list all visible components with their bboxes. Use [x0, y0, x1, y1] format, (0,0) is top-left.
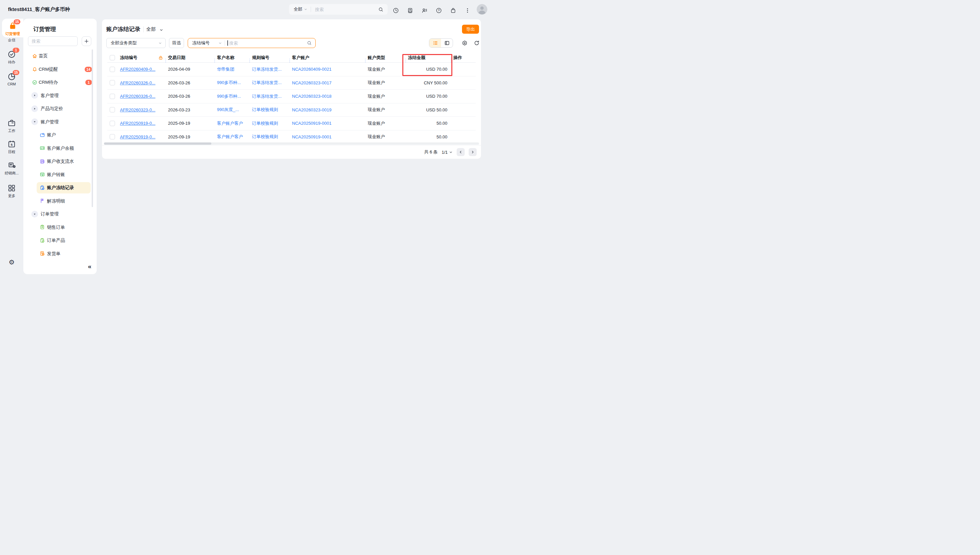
rail-item-calendar[interactable]: 5 日程	[0, 140, 23, 154]
search-icon[interactable]	[307, 40, 312, 46]
chevron-down-icon[interactable]	[159, 28, 163, 32]
date-value: 2025-09-19	[168, 135, 190, 140]
table-row: AFR20260409-0... 2026-04-09 华帝集团 订单冻结发货.…	[107, 63, 476, 76]
frozen-amount: USD 50.00	[426, 107, 447, 112]
view-scope-dropdown[interactable]: 全部	[146, 26, 156, 32]
next-page-button[interactable]	[468, 148, 476, 156]
rail-item-dealer[interactable]: 经销商...	[0, 161, 23, 176]
row-checkbox[interactable]	[110, 94, 115, 99]
filter-button[interactable]: 筛选	[169, 38, 184, 48]
sidebar-item-sales-order[interactable]: 销售订单	[23, 221, 97, 234]
contacts-icon[interactable]	[421, 7, 428, 14]
customer-link[interactable]: 客户账户客户	[217, 134, 243, 140]
customer-link[interactable]: 990多币种...	[217, 80, 241, 86]
sidebar-item-order-product[interactable]: 订单产品	[23, 234, 97, 247]
search-scope-selector[interactable]: 全部	[294, 6, 302, 12]
horizontal-scrollbar-thumb[interactable]	[104, 143, 211, 145]
badge: 1	[13, 48, 19, 53]
svg-text:5: 5	[11, 143, 13, 146]
sidebar-item-customer-balance[interactable]: 客户账户余额	[23, 142, 97, 155]
sidebar-item-home[interactable]: 首页	[23, 50, 97, 63]
row-checkbox[interactable]	[110, 80, 115, 85]
search-field-selector[interactable]: 冻结编号	[192, 40, 209, 46]
export-button[interactable]: 导出	[462, 25, 479, 34]
sidebar-item-delivery-note[interactable]: 发货单	[23, 247, 97, 260]
collapse-sidebar-button[interactable]	[85, 262, 94, 271]
more-kebab-icon[interactable]	[464, 7, 471, 14]
account-link[interactable]: NCA20250919-0001	[292, 121, 332, 126]
account-link[interactable]: NCA20260323-0019	[292, 107, 332, 112]
business-type-filter[interactable]: 全部业务类型	[106, 38, 166, 48]
rule-link[interactable]: 订单冻结发货...	[252, 66, 282, 72]
prev-page-button[interactable]	[457, 148, 465, 156]
field-settings-icon[interactable]	[462, 40, 468, 46]
customer-link[interactable]: 990多币种...	[217, 93, 241, 99]
add-button[interactable]	[82, 36, 91, 46]
lock-icon	[156, 53, 165, 63]
rail-item-crm[interactable]: 15 CRM	[0, 72, 23, 86]
rail-item-more[interactable]: 更多	[0, 184, 23, 199]
sidebar: 订货管理 首页 CRM提醒 14 CRM待办 1	[23, 19, 97, 274]
freeze-no-link[interactable]: AFR20250919-0...	[120, 135, 155, 140]
settings-gear-icon[interactable]	[0, 258, 23, 266]
rail-item-work[interactable]: 工作	[0, 119, 23, 133]
rule-link[interactable]: 订单校验规则	[252, 120, 278, 127]
search-combo[interactable]: 冻结编号	[188, 38, 316, 48]
row-checkbox[interactable]	[110, 121, 115, 126]
sidebar-scrollbar[interactable]	[92, 50, 93, 207]
freeze-no-link[interactable]: AFR20260323-0...	[120, 107, 155, 112]
customer-link[interactable]: 客户账户客户	[217, 120, 243, 127]
sidebar-item-label: CRM提醒	[39, 63, 58, 76]
sidebar-group-order-management[interactable]: 订单管理	[23, 207, 97, 221]
sidebar-item-crm-todo[interactable]: CRM待办 1	[23, 76, 97, 89]
freeze-no-link[interactable]: AFR20260409-0...	[120, 67, 155, 72]
sidebar-search-input[interactable]	[28, 36, 78, 46]
board-view-button[interactable]	[441, 39, 452, 47]
global-search-input[interactable]	[314, 7, 378, 12]
rail-item-order-management[interactable]: 15 订货管理	[2, 19, 23, 37]
rule-link[interactable]: 订单校验规则	[252, 134, 278, 140]
refresh-icon[interactable]	[474, 40, 480, 46]
document-icon	[40, 159, 45, 164]
freeze-no-link[interactable]: AFR20260326-0...	[120, 80, 155, 85]
sidebar-group-account-management[interactable]: 账户管理	[23, 115, 97, 129]
global-search[interactable]: 全部	[289, 4, 388, 14]
rule-link[interactable]: 订单冻结发货...	[252, 93, 282, 99]
customer-link[interactable]: 990灰度_...	[217, 107, 239, 113]
list-view-button[interactable]	[429, 39, 441, 47]
row-checkbox[interactable]	[110, 67, 115, 72]
sidebar-item-crm-reminder[interactable]: CRM提醒 14	[23, 63, 97, 76]
search-icon[interactable]	[378, 7, 384, 12]
column-header-type: 账户类型	[365, 53, 405, 63]
account-link[interactable]: NCA20260409-0021	[292, 67, 332, 72]
sidebar-item-account-transfer[interactable]: $ 账户转账	[23, 168, 97, 181]
app-store-bag-icon[interactable]	[450, 7, 456, 14]
calendar-icon: 5	[7, 140, 16, 148]
service-feedback-icon[interactable]	[407, 7, 413, 14]
sidebar-item-account[interactable]: 账户	[23, 128, 97, 142]
row-checkbox[interactable]	[110, 107, 115, 112]
table-row: AFR20260326-0... 2026-03-26 990多币种... 订单…	[107, 76, 476, 90]
page-indicator-dropdown[interactable]: 1/1	[442, 150, 452, 155]
avatar[interactable]	[476, 4, 487, 14]
history-clock-icon[interactable]	[393, 7, 399, 14]
sidebar-item-unfreeze-details[interactable]: 解冻明细	[23, 194, 97, 208]
sidebar-item-freeze-records[interactable]: 账户冻结记录	[23, 181, 97, 194]
sidebar-group-customer-management[interactable]: 客户管理	[23, 89, 97, 103]
freeze-no-link[interactable]: AFR20260326-0...	[120, 94, 155, 99]
rail-item-todo[interactable]: 1 待办	[0, 50, 23, 65]
record-search-input[interactable]	[229, 40, 307, 46]
sidebar-item-account-flow[interactable]: 账户收支流水	[23, 155, 97, 168]
sidebar-group-product-pricing[interactable]: 产品与定价	[23, 102, 97, 115]
rule-link[interactable]: 订单校验规则	[252, 107, 278, 113]
account-link[interactable]: NCA20260323-0017	[292, 80, 332, 85]
rule-link[interactable]: 订单冻结发货...	[252, 80, 282, 86]
account-link[interactable]: NCA20260323-0018	[292, 94, 332, 99]
select-all-checkbox[interactable]	[110, 55, 115, 60]
help-icon[interactable]: ?	[436, 7, 442, 14]
left-rail: 21 企信 1 待办 15 CRM 15 订货管理	[0, 19, 23, 278]
freeze-no-link[interactable]: AFR20250919-0...	[120, 121, 155, 126]
account-link[interactable]: NCA20250919-0001	[292, 135, 332, 140]
row-checkbox[interactable]	[110, 134, 115, 140]
customer-link[interactable]: 华帝集团	[217, 66, 234, 72]
